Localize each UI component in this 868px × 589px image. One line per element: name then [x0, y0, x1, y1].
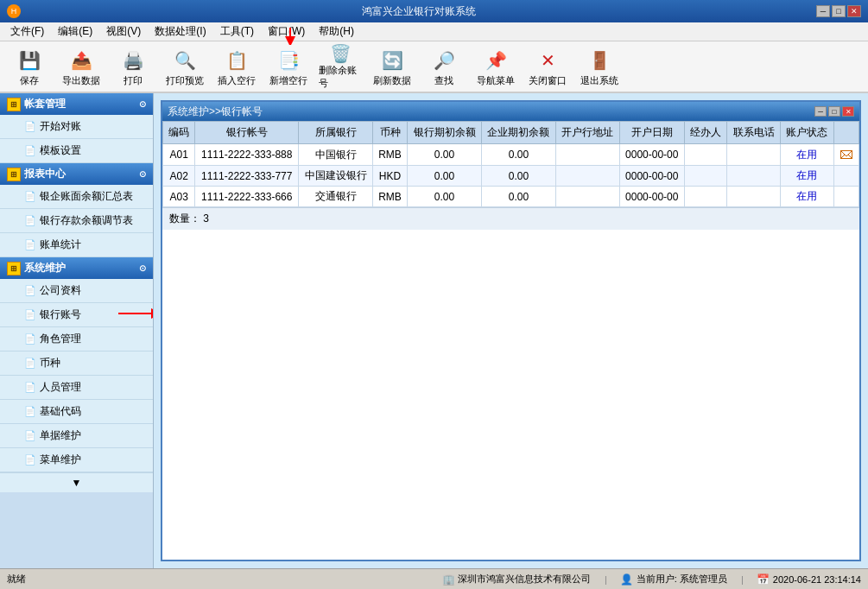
menu-window[interactable]: 窗口(W)	[261, 22, 312, 41]
cell-action[interactable]: 🖂	[833, 144, 858, 166]
cell-account: 1111-2222-333-666	[195, 187, 299, 207]
menu-tools[interactable]: 工具(T)	[213, 22, 261, 41]
col-header-account: 银行帐号	[195, 122, 299, 144]
toolbar-close-window-button[interactable]: ✕ 关闭窗口	[523, 43, 572, 90]
sidebar-item-bank-account[interactable]: 📄 银行账号	[0, 303, 153, 327]
cell-bank-balance: 0.00	[408, 187, 482, 207]
print-preview-icon: 🔍	[171, 47, 199, 74]
sidebar-item-role-management[interactable]: 📄 角色管理	[0, 327, 153, 352]
sidebar: ⊞ 帐套管理 ⊙ 📄 开始对账 📄 模板设置 ⊞ 报表中心 ⊙ 📄 银企账面余额…	[0, 93, 154, 568]
cell-address	[555, 166, 619, 187]
count-value: 3	[203, 212, 209, 225]
sidebar-item-bank-balance-summary[interactable]: 📄 银企账面余额汇总表	[0, 185, 153, 209]
account-management-label: 帐套管理	[24, 97, 66, 111]
minimize-button[interactable]: ─	[816, 5, 830, 17]
account-management-expand-icon: ⊙	[139, 99, 146, 109]
col-header-address: 开户行地址	[555, 122, 619, 144]
menu-edit[interactable]: 编辑(E)	[51, 22, 99, 41]
toolbar-find-button[interactable]: 🔎 查找	[420, 43, 468, 90]
menu-view[interactable]: 视图(V)	[99, 22, 148, 41]
currency-icon: 📄	[24, 358, 36, 370]
sidebar-item-bank-deposit-balance[interactable]: 📄 银行存款余额调节表	[0, 209, 153, 233]
cell-action[interactable]	[833, 187, 858, 207]
cell-currency: RMB	[372, 187, 407, 207]
cell-status: 在用	[780, 187, 833, 207]
menu-file[interactable]: 文件(F)	[3, 22, 51, 41]
sidebar-item-personnel-management[interactable]: 📄 人员管理	[0, 376, 153, 400]
voucher-maintenance-icon: 📄	[24, 430, 36, 442]
refresh-icon: 🔄	[378, 47, 406, 74]
menu-data[interactable]: 数据处理(I)	[148, 22, 212, 41]
sub-minimize-button[interactable]: ─	[814, 106, 827, 117]
company-icon: 🏢	[442, 573, 454, 586]
company-info-icon: 📄	[24, 285, 36, 297]
sidebar-section-account-management[interactable]: ⊞ 帐套管理 ⊙	[0, 93, 153, 115]
cell-enterprise-balance: 0.00	[481, 187, 555, 207]
user-text: 当前用户: 系统管理员	[637, 573, 727, 586]
save-icon: 💾	[16, 47, 43, 74]
cell-date: 0000-00-00	[619, 166, 684, 187]
col-header-enterprise-balance: 企业期初余额	[481, 122, 555, 144]
sidebar-item-template-settings[interactable]: 📄 模板设置	[0, 139, 153, 163]
cell-action[interactable]	[833, 166, 858, 187]
col-header-bank: 所属银行	[299, 122, 373, 144]
sidebar-section-report-center[interactable]: ⊞ 报表中心 ⊙	[0, 163, 153, 185]
find-icon: 🔎	[430, 47, 458, 74]
sidebar-item-currency[interactable]: 📄 币种	[0, 352, 153, 376]
toolbar-print-button[interactable]: 🖨️ 打印	[109, 43, 157, 90]
sidebar-item-company-info[interactable]: 📄 公司资料	[0, 279, 153, 303]
table-row[interactable]: A01 1111-2222-333-888 中国银行 RMB 0.00 0.00…	[163, 144, 859, 166]
sidebar-scroll-down[interactable]: ▼	[0, 472, 153, 492]
sub-close-button[interactable]: ✕	[842, 106, 854, 117]
toolbar-exit-button[interactable]: 🚪 退出系统	[575, 43, 624, 90]
cell-bank: 交通银行	[299, 187, 373, 207]
col-header-agent: 经办人	[684, 122, 727, 144]
sidebar-item-menu-maintenance[interactable]: 📄 菜单维护	[0, 448, 153, 472]
cell-address	[555, 144, 619, 166]
personnel-management-icon: 📄	[24, 382, 36, 394]
toolbar-insert-blank-button[interactable]: 📋 插入空行	[212, 43, 261, 90]
cell-address	[555, 187, 619, 207]
col-header-date: 开户日期	[619, 122, 684, 144]
table-row[interactable]: A02 1111-2222-333-777 中国建设银行 HKD 0.00 0.…	[163, 166, 859, 187]
sub-maximize-button[interactable]: □	[828, 106, 840, 117]
cell-status: 在用	[780, 166, 833, 187]
maximize-button[interactable]: □	[832, 5, 846, 17]
sidebar-item-start-account[interactable]: 📄 开始对账	[0, 115, 153, 139]
table-count-row: 数量： 3	[162, 207, 859, 230]
sidebar-item-basic-code[interactable]: 📄 基础代码	[0, 400, 153, 424]
col-header-status: 账户状态	[780, 122, 833, 144]
row-action-icon[interactable]: 🖂	[839, 147, 853, 162]
toolbar-save-button[interactable]: 💾 保存	[5, 43, 54, 90]
sub-window-title-bar: 系统维护>>银行帐号 ─ □ ✕	[162, 102, 859, 121]
menu-bar: 文件(F) 编辑(E) 视图(V) 数据处理(I) 工具(T) 窗口(W) 帮助…	[0, 22, 868, 41]
cell-bank: 中国银行	[299, 144, 373, 166]
sub-window-title: 系统维护>>银行帐号	[168, 104, 263, 119]
table-row[interactable]: A03 1111-2222-333-666 交通银行 RMB 0.00 0.00…	[163, 187, 859, 207]
bank-account-table: 编码 银行帐号 所属银行 币种 银行期初余额 企业期初余额 开户行地址 开户日期…	[162, 121, 859, 207]
template-settings-icon: 📄	[24, 145, 36, 157]
count-label: 数量：	[169, 212, 200, 225]
col-header-currency: 币种	[372, 122, 407, 144]
print-icon: 🖨️	[119, 47, 147, 74]
toolbar-nav-menu-button[interactable]: 📌 导航菜单	[472, 43, 520, 90]
delete-icon: 🗑️	[326, 43, 354, 64]
company-text: 深圳市鸿富兴信息技术有限公司	[458, 573, 591, 586]
toolbar-export-button[interactable]: 📤 导出数据	[57, 43, 105, 90]
close-button[interactable]: ✕	[847, 5, 861, 17]
menu-help[interactable]: 帮助(H)	[312, 22, 361, 41]
sidebar-item-voucher-maintenance[interactable]: 📄 单据维护	[0, 424, 153, 448]
sidebar-item-bill-statistics[interactable]: 📄 账单统计	[0, 233, 153, 257]
start-account-icon: 📄	[24, 121, 36, 133]
toolbar-delete-button[interactable]: 🗑️ 删除余账号	[316, 43, 364, 90]
toolbar-refresh-button[interactable]: 🔄 刷新数据	[368, 43, 416, 90]
status-ready-text: 就绪	[7, 573, 26, 586]
bank-deposit-balance-icon: 📄	[24, 215, 36, 227]
datetime-text: 2020-06-21 23:14:14	[773, 574, 861, 585]
toolbar-print-preview-button[interactable]: 🔍 打印预览	[161, 43, 209, 90]
main-area: ⊞ 帐套管理 ⊙ 📄 开始对账 📄 模板设置 ⊞ 报表中心 ⊙ 📄 银企账面余额…	[0, 93, 868, 568]
sidebar-section-system-maintenance[interactable]: ⊞ 系统维护 ⊙	[0, 257, 153, 279]
cell-bank-balance: 0.00	[408, 144, 482, 166]
toolbar-add-blank-button[interactable]: 📑 新增空行	[264, 43, 313, 90]
account-management-section-icon: ⊞	[7, 98, 21, 111]
